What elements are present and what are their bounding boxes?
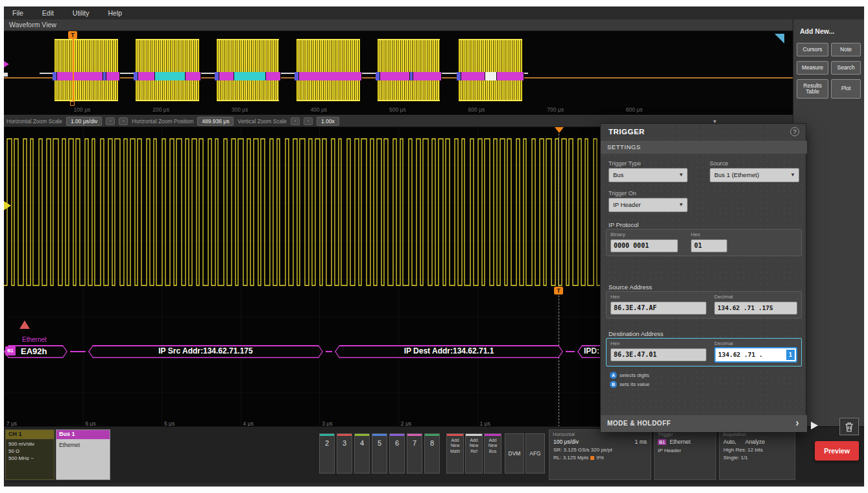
add-note-button[interactable]: Note xyxy=(831,43,861,56)
edit-cursor-chip[interactable]: 1 xyxy=(786,350,795,360)
vertical-zoom-value[interactable]: 1.00x xyxy=(317,117,339,126)
chevron-down-icon: ▼ xyxy=(790,169,795,182)
channel1-badge[interactable]: CH 1 500 mV/div 50 Ω 500 MHz ~ xyxy=(5,429,54,480)
bus1-marker-icon[interactable] xyxy=(4,61,9,67)
trigger-source-badge: B1 xyxy=(658,439,666,445)
vertical-zoom-in-button[interactable]: › xyxy=(304,117,313,125)
hex-field[interactable]: 01 xyxy=(691,239,727,252)
zoom-out-button[interactable]: ‹ xyxy=(106,117,115,125)
acquisition-single: Single: 1/1 xyxy=(719,453,795,461)
ip-protocol-group: Binary 0000 0001 Hex 01 xyxy=(606,229,802,256)
dvm-button[interactable]: DVM xyxy=(505,433,524,474)
waveform-view-title: Waveform View xyxy=(4,19,56,29)
add-results-table-button[interactable]: Results Table xyxy=(797,79,828,99)
ch1-bandwidth: 500 MHz ~ xyxy=(6,454,54,461)
hint-a: A selects digits xyxy=(610,372,649,379)
trigger-on-dropdown[interactable]: IP Header▼ xyxy=(609,198,688,212)
menu-bar: File Edit Utility Help xyxy=(4,6,864,19)
trigger-t-marker[interactable]: T xyxy=(68,31,77,39)
zoom-scale-value[interactable]: 1.00 μs/div xyxy=(66,117,102,126)
settings-section-header: SETTINGS xyxy=(601,141,807,154)
trigger-badge[interactable]: Trigger B1 Ethernet IP Header xyxy=(654,429,716,480)
bus1-badge-tile[interactable]: Bus 1 Ethernet xyxy=(56,429,110,480)
horizontal-badge[interactable]: Horizontal 100 μs/div 1 ms SR: 3.125 GS/… xyxy=(549,429,651,480)
dest-hex-field[interactable]: 86.3E.47.01 xyxy=(610,348,706,361)
menu-item-utility[interactable]: Utility xyxy=(64,6,98,17)
zoom-position-label: Horizontal Zoom Position xyxy=(132,118,193,125)
trash-icon xyxy=(845,422,854,432)
menu-item-help[interactable]: Help xyxy=(99,6,130,17)
menu-item-edit[interactable]: Edit xyxy=(34,6,62,17)
add-measure-button[interactable]: Measure xyxy=(797,61,828,75)
trigger-type-dropdown[interactable]: Bus▼ xyxy=(609,168,688,182)
bus1-name: Bus 1 xyxy=(56,430,110,439)
ch1-impedance: 50 Ω xyxy=(6,447,54,454)
horizontal-record: 1 ms xyxy=(635,439,647,445)
acquisition-badge[interactable]: Acquisition Auto, Analyze High Res: 12 b… xyxy=(719,429,795,480)
preview-button[interactable]: Preview xyxy=(815,441,859,461)
trigger-source: Ethernet xyxy=(669,439,690,445)
binary-field[interactable]: 0000 0001 xyxy=(610,239,678,252)
channel-7-button[interactable]: 7 xyxy=(407,433,422,474)
add-new-ref-button[interactable]: Add New Ref xyxy=(465,433,483,474)
time-label: 500 μs xyxy=(389,106,406,113)
binary-label: Binary xyxy=(610,232,625,237)
channel-3-button[interactable]: 3 xyxy=(337,433,352,474)
channel-6-button[interactable]: 6 xyxy=(389,433,405,474)
mode-holdoff-section[interactable]: MODE & HOLDOFF › xyxy=(601,415,807,432)
help-icon[interactable]: ? xyxy=(790,127,799,136)
source-label: Source xyxy=(710,160,729,167)
channel-4-button[interactable]: 4 xyxy=(354,433,370,474)
bus-decode-bar xyxy=(376,72,442,80)
chevron-down-icon: ▼ xyxy=(679,169,684,182)
ch1-scale: 500 mV/div xyxy=(6,439,54,447)
add-cursors-button[interactable]: Cursors xyxy=(797,43,828,56)
callout-pointer-icon[interactable] xyxy=(811,422,818,429)
bus-field-dest-addr: IP Dest Addr:134.62.71.1 xyxy=(335,345,563,358)
trigger-position-line[interactable] xyxy=(73,32,74,104)
bus-connector xyxy=(326,351,332,352)
channel-5-button[interactable]: 5 xyxy=(372,433,387,474)
acquisition-mode: Auto, xyxy=(723,439,736,445)
src-decimal-field[interactable]: 134.62 .71 .175 xyxy=(714,302,797,315)
knob-b-icon: B xyxy=(610,381,617,388)
bus-field-src-addr: IP Src Addr:134.62.71.175 xyxy=(88,345,323,358)
hex-label: Hex xyxy=(691,232,700,237)
warning-triangle-icon xyxy=(19,320,30,329)
acquisition-resolution: High Res: 12 bits xyxy=(719,445,795,453)
bus-connector xyxy=(566,351,575,352)
zoom-in-button[interactable]: › xyxy=(119,117,128,125)
source-dropdown[interactable]: Bus 1 (Ethernet)▼ xyxy=(710,168,799,182)
add-plot-button[interactable]: Plot xyxy=(831,79,861,99)
zoom-position-value[interactable]: 489.936 μs xyxy=(197,117,234,126)
afg-button[interactable]: AFG xyxy=(525,433,545,474)
waveform-burst xyxy=(459,39,522,101)
channel-2-button[interactable]: 2 xyxy=(319,433,335,474)
bandwidth-icon: ~ xyxy=(30,455,34,461)
channel-1-marker[interactable] xyxy=(4,201,11,210)
waveform-burst xyxy=(54,39,118,101)
trash-button[interactable] xyxy=(839,418,859,435)
vertical-zoom-out-button[interactable]: ‹ xyxy=(291,117,300,125)
time-label: 400 μs xyxy=(310,106,327,113)
channel-8-button[interactable]: 8 xyxy=(424,433,440,474)
zoom-flag-icon[interactable] xyxy=(775,34,784,43)
dest-decimal-field[interactable]: 134.62 .71 . 1 xyxy=(714,347,797,363)
add-new-bus-button[interactable]: Add New Bus xyxy=(484,433,501,474)
trigger-handle[interactable] xyxy=(70,101,75,106)
trigger-top-marker-icon[interactable] xyxy=(555,127,564,133)
record-overview[interactable]: T 100 μs200 μs300 μs400 μs500 μs600 μs70… xyxy=(4,31,793,115)
src-hex-field[interactable]: 86.3E.47.AF xyxy=(610,302,706,315)
menu-item-file[interactable]: File xyxy=(4,6,32,17)
time-label: 700 μs xyxy=(547,106,564,113)
zoom-scale-label: Horizontal Zoom Scale xyxy=(6,118,62,125)
source-address-label: Source Address xyxy=(609,283,652,291)
time-label: 800 μs xyxy=(626,106,643,113)
add-new-math-button[interactable]: Add New Math xyxy=(446,433,464,474)
oscilloscope-app: File Edit Utility Help Waveform View T 1… xyxy=(4,6,864,487)
time-label: 600 μs xyxy=(468,106,485,113)
status-bar: CH 1 500 mV/div 50 Ω 500 MHz ~ Bus 1 Eth… xyxy=(4,426,864,483)
add-search-button[interactable]: Search xyxy=(831,61,861,75)
trigger-t-marker-zoom[interactable]: T xyxy=(554,287,563,295)
channel1-name: CH 1 xyxy=(6,430,54,439)
